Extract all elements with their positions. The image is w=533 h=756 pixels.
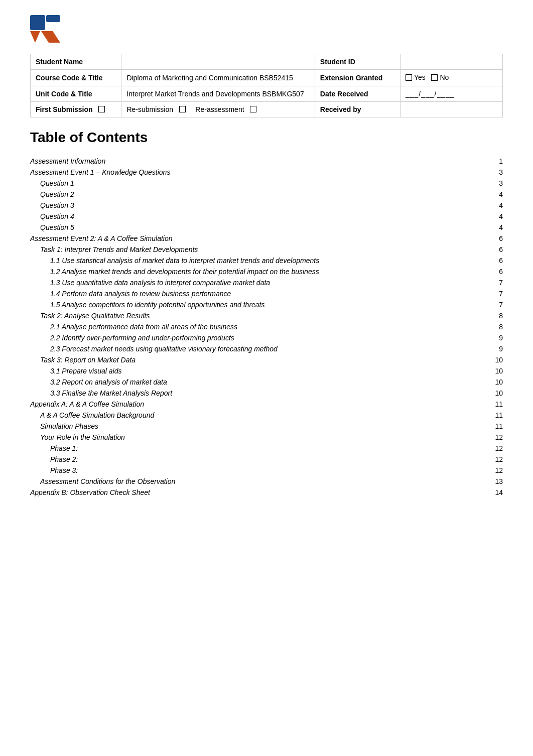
resubmission-cell: Re-submission Re-assessment [121,101,315,117]
received-by-label: Received by [315,101,400,117]
toc-item: Assessment Event 1 – Knowledge Questions… [30,167,503,178]
resubmission-label: Re-submission [126,105,173,113]
toc-item: 1.2 Analyse market trends and developmen… [30,266,503,277]
toc-item-text: 2.3 Forecast market needs using qualitat… [30,345,493,353]
toc-item: Question 54 [30,222,503,233]
toc-item-text: Your Role in the Simulation [30,433,493,441]
toc-item: Assessment Event 2: A & A Coffee Simulat… [30,233,503,244]
toc-item-page: 12 [493,455,503,463]
first-submission-checkbox[interactable] [98,106,105,112]
toc-item-page: 10 [493,356,503,364]
toc-list: Assessment Information1Assessment Event … [30,156,503,498]
toc-item: Task 1: Interpret Trends and Market Deve… [30,244,503,255]
toc-item-text: 2.1 Analyse performance data from all ar… [30,323,493,331]
toc-item: 3.2 Report on analysis of market data10 [30,376,503,388]
toc-item: Task 2: Analyse Qualitative Results8 [30,310,503,321]
toc-item-text: 3.2 Report on analysis of market data [30,378,493,386]
toc-item-page: 4 [493,201,503,209]
toc-item: 2.1 Analyse performance data from all ar… [30,321,503,332]
toc-item-text: Question 1 [30,179,493,187]
institution-logo [30,15,60,43]
svg-marker-3 [41,31,60,43]
toc-title: Table of Contents [30,130,503,146]
unit-code-label: Unit Code & Title [31,86,121,101]
toc-item: 1.1 Use statistical analysis of market d… [30,255,503,266]
toc-item-page: 9 [493,345,503,353]
extension-granted-value: Yes No [400,70,502,86]
first-submission-label: First Submission [36,105,93,113]
toc-item-text: 1.2 Analyse market trends and developmen… [30,268,493,276]
extension-no-option[interactable]: No [431,73,449,81]
toc-item-text: 3.1 Prepare visual aids [30,367,493,375]
unit-row: Unit Code & Title Interpret Market Trend… [31,86,503,101]
course-code-label: Course Code & Title [31,70,121,86]
toc-item: 2.2 Identify over-performing and under-p… [30,332,503,343]
toc-item: Question 24 [30,189,503,200]
unit-code-value: Interpret Market Trends and Developments… [121,86,315,101]
toc-item-page: 10 [493,367,503,375]
toc-item-text: Appendix B: Observation Check Sheet [30,488,493,496]
course-code-value: Diploma of Marketing and Communication B… [121,70,315,86]
toc-item-text: Simulation Phases [30,422,493,430]
extension-no-checkbox[interactable] [431,74,438,81]
toc-item-text: Task 1: Interpret Trends and Market Deve… [30,245,493,254]
toc-item-page: 11 [493,422,503,430]
received-by-value [400,101,502,117]
extension-yes-option[interactable]: Yes [406,73,426,81]
toc-item-text: Assessment Information [30,157,493,165]
resubmission-checkbox[interactable] [179,106,186,112]
toc-item-page: 8 [493,312,503,320]
toc-item-page: 4 [493,223,503,231]
toc-item-page: 12 [493,433,503,441]
toc-item: Simulation Phases11 [30,421,503,432]
extension-granted-label: Extension Granted [315,70,400,86]
date-field: ___/___/____ [406,90,455,98]
submission-row: First Submission Re-submission Re-assess… [31,101,503,117]
toc-item-text: Task 2: Analyse Qualitative Results [30,312,493,320]
toc-item-page: 4 [493,212,503,220]
toc-item: Appendix B: Observation Check Sheet14 [30,487,503,498]
toc-item-text: Question 3 [30,201,493,209]
toc-item-text: Assessment Conditions for the Observatio… [30,477,493,485]
toc-item: Your Role in the Simulation12 [30,432,503,443]
toc-item-text: 1.1 Use statistical analysis of market d… [30,257,493,265]
toc-item-text: A & A Coffee Simulation Background [30,411,493,419]
toc-item: Assessment Conditions for the Observatio… [30,476,503,487]
toc-item-page: 11 [493,411,503,419]
toc-item: Task 3: Report on Market Data10 [30,354,503,365]
reassessment-label: Re-assessment [195,105,244,113]
first-submission-option[interactable]: First Submission [36,105,105,113]
toc-item-text: 2.2 Identify over-performing and under-p… [30,334,493,342]
first-submission-cell: First Submission [31,101,121,117]
toc-item: Phase 3:12 [30,465,503,476]
toc-item-page: 7 [493,301,503,309]
resubmission-option[interactable]: Re-submission [126,105,185,113]
extension-yes-checkbox[interactable] [406,74,412,81]
toc-item-page: 6 [493,245,503,254]
svg-rect-1 [46,15,60,22]
date-received-value: ___/___/____ [400,86,502,101]
extension-yes-label: Yes [414,73,426,81]
toc-item: Phase 1:12 [30,443,503,454]
student-row: Student Name Student ID [31,54,503,70]
toc-item-page: 12 [493,444,503,452]
toc-item-text: Task 3: Report on Market Data [30,356,493,364]
toc-item: A & A Coffee Simulation Background11 [30,410,503,421]
toc-item: Appendix A: A & A Coffee Simulation11 [30,399,503,410]
header-table: Student Name Student ID Course Code & Ti… [30,54,503,117]
student-name-value [121,54,315,70]
svg-rect-0 [30,15,45,30]
reassessment-option[interactable]: Re-assessment [195,105,256,113]
toc-item-page: 8 [493,323,503,331]
toc-item-page: 10 [493,378,503,386]
toc-item-page: 4 [493,190,503,198]
toc-item: Question 13 [30,178,503,189]
toc-item: 3.3 Finalise the Market Analysis Report1… [30,388,503,399]
reassessment-checkbox[interactable] [250,106,256,112]
toc-item: 1.5 Analyse competitors to identify pote… [30,299,503,310]
toc-item-text: Assessment Event 2: A & A Coffee Simulat… [30,234,493,242]
toc-item: 3.1 Prepare visual aids10 [30,365,503,376]
toc-item-text: Question 4 [30,212,493,220]
student-name-label: Student Name [31,54,121,70]
toc-item-page: 7 [493,279,503,287]
